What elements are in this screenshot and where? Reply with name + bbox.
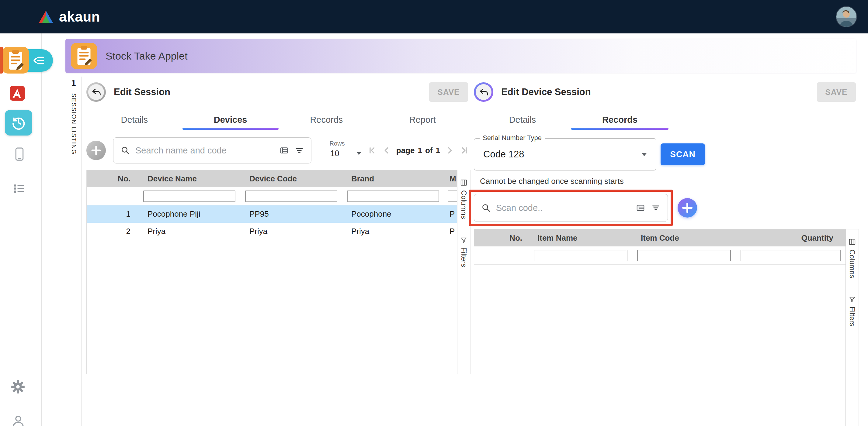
phone-icon xyxy=(13,146,26,162)
device-table-filter-row xyxy=(87,187,457,205)
filter-item-name-input[interactable] xyxy=(534,250,627,261)
add-device-button[interactable] xyxy=(86,141,106,160)
device-row-2[interactable]: 2 Priya Priya Priya P xyxy=(87,223,457,240)
last-page-button[interactable] xyxy=(458,143,470,157)
scan-box-actions xyxy=(636,203,660,212)
tab-report[interactable]: Report xyxy=(374,110,470,129)
cell-brand: Pocophone xyxy=(342,209,444,219)
col-header-no: No. xyxy=(474,233,529,243)
table-view-button[interactable] xyxy=(636,203,645,212)
filters-control[interactable]: Filters xyxy=(848,296,857,333)
edit-device-session-tabs: Details Records xyxy=(474,110,868,129)
col-header-item-code: Item Code xyxy=(632,233,736,243)
columns-label: Columns xyxy=(848,250,857,278)
serial-number-type-select[interactable]: Serial Number Type Code 128 xyxy=(474,138,656,170)
mobile-device-button[interactable] xyxy=(13,146,26,162)
device-table-header: No. Device Name Device Code Brand M xyxy=(87,170,457,187)
tab-details[interactable]: Details xyxy=(474,110,571,129)
device-row-1[interactable]: 1 Pocophone Piji PP95 Pocophone P xyxy=(87,205,457,223)
save-button[interactable]: SAVE xyxy=(817,83,856,102)
serial-number-type-value: Code 128 xyxy=(483,149,524,160)
scan-code-input[interactable] xyxy=(496,203,630,213)
user-avatar[interactable] xyxy=(836,7,857,27)
tab-records[interactable]: Records xyxy=(571,110,669,129)
gear-icon xyxy=(11,380,25,394)
search-icon xyxy=(482,203,491,212)
akaun-logo[interactable]: akaun xyxy=(38,8,100,25)
top-navigation-bar: akaun xyxy=(0,0,868,33)
settings-gear-button[interactable] xyxy=(11,380,25,394)
filter-model-input[interactable] xyxy=(448,191,457,202)
next-page-icon xyxy=(444,145,455,156)
col-header-item-name: Item Name xyxy=(529,233,632,243)
cell-model: P xyxy=(444,227,457,236)
cell-device-code: PP95 xyxy=(240,209,342,219)
save-button[interactable]: SAVE xyxy=(429,83,468,102)
cell-device-name: Priya xyxy=(138,227,240,236)
columns-icon xyxy=(848,238,856,246)
filters-label: Filters xyxy=(460,247,468,267)
stock-take-applet-icon[interactable] xyxy=(2,46,29,74)
pdf-icon xyxy=(9,85,26,101)
akaun-logo-icon xyxy=(38,9,54,24)
first-page-button[interactable] xyxy=(366,143,379,157)
add-record-button[interactable] xyxy=(678,198,697,218)
stock-take-header-icon xyxy=(71,43,97,69)
session-history-button[interactable] xyxy=(5,110,32,135)
col-header-device-code: Device Code xyxy=(240,174,342,184)
caret-down-icon xyxy=(357,152,361,155)
of-word: of xyxy=(425,146,433,155)
plus-icon xyxy=(681,201,694,214)
cell-device-code: Priya xyxy=(240,227,342,236)
columns-control[interactable]: Columns xyxy=(460,179,468,226)
page-indicator: page 1 of 1 xyxy=(395,146,441,155)
rows-per-page-select[interactable]: Rows 10 xyxy=(330,140,362,161)
applet-header-band: Stock Take Applet xyxy=(65,39,856,73)
back-button[interactable] xyxy=(474,83,493,102)
profile-button[interactable] xyxy=(11,414,26,426)
scan-button[interactable]: SCAN xyxy=(660,143,705,165)
table-view-icon xyxy=(279,146,289,155)
filter-device-name-input[interactable] xyxy=(143,191,236,202)
funnel-icon xyxy=(460,236,467,244)
cell-model: P xyxy=(444,209,457,219)
filter-list-icon xyxy=(651,203,660,212)
tab-records[interactable]: Records xyxy=(279,110,375,129)
tab-devices[interactable]: Devices xyxy=(183,110,279,129)
record-table: No. Item Name Item Code Quantity xyxy=(474,229,845,426)
screen: akaun xyxy=(0,0,868,426)
filter-list-button[interactable] xyxy=(295,146,304,155)
page-title: Stock Take Applet xyxy=(105,50,188,62)
pdf-export-button[interactable] xyxy=(9,85,26,101)
tab-details[interactable]: Details xyxy=(86,110,183,129)
page-word: page xyxy=(396,146,415,155)
filter-quantity-input[interactable] xyxy=(741,250,841,261)
col-header-no: No. xyxy=(87,174,138,184)
prev-page-button[interactable] xyxy=(380,143,393,157)
device-search-input[interactable] xyxy=(135,145,274,156)
session-listing-label: SESSION LISTING xyxy=(70,93,77,155)
device-search-box xyxy=(113,137,311,163)
record-table-header: No. Item Name Item Code Quantity xyxy=(474,229,845,247)
list-view-button[interactable] xyxy=(11,182,27,195)
filter-device-code-input[interactable] xyxy=(245,191,337,202)
collapse-menu-button[interactable] xyxy=(25,49,53,72)
next-page-button[interactable] xyxy=(443,143,456,157)
filters-control[interactable]: Filters xyxy=(460,236,468,274)
session-listing-tab[interactable]: 1 SESSION LISTING xyxy=(66,78,82,155)
prev-page-icon xyxy=(382,145,392,156)
col-header-brand: Brand xyxy=(342,174,444,184)
back-button[interactable] xyxy=(86,83,106,102)
record-table-filter-row xyxy=(474,247,845,265)
session-strip-divider xyxy=(82,76,82,426)
filter-item-code-input[interactable] xyxy=(637,250,731,261)
edit-device-session-panel: Edit Device Session SAVE Details Records… xyxy=(474,77,868,426)
filter-brand-input[interactable] xyxy=(347,191,439,202)
filter-list-button[interactable] xyxy=(651,203,660,212)
columns-control[interactable]: Columns xyxy=(848,238,857,285)
table-view-button[interactable] xyxy=(279,146,289,155)
back-arrow-icon xyxy=(478,87,489,97)
filter-list-icon xyxy=(295,146,304,155)
col-header-model: M xyxy=(444,174,457,184)
back-arrow-icon xyxy=(91,87,101,97)
